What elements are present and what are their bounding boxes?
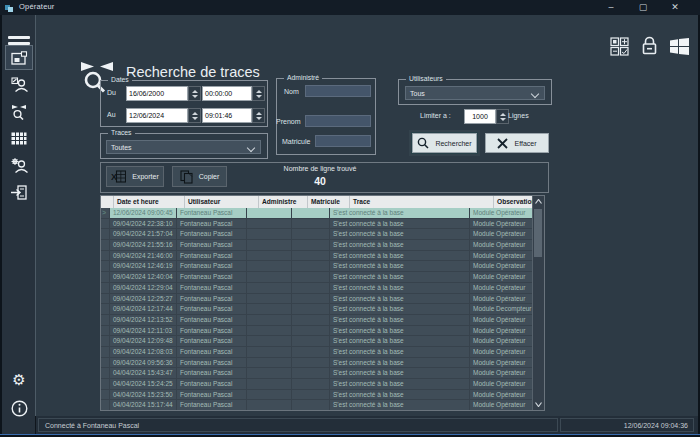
- sidebar-item-user-settings[interactable]: [5, 153, 33, 178]
- row-selector-cell[interactable]: [101, 294, 110, 304]
- table-row[interactable]: 09/04/2024 09:56:36Fontaneau PascalS'est…: [101, 358, 533, 369]
- table-row[interactable]: >12/06/2024 09:00:45Fontaneau PascalS'es…: [101, 208, 533, 219]
- table-cell: Module Opérateur: [470, 283, 533, 293]
- windows-button[interactable]: [668, 34, 690, 58]
- table-row[interactable]: 09/04/2024 12:13:52Fontaneau PascalS'est…: [101, 315, 533, 326]
- limiter-label: Limiter a :: [420, 112, 451, 119]
- row-selector-cell[interactable]: [101, 283, 110, 293]
- traces-dropdown[interactable]: Toutes: [106, 140, 261, 154]
- sidebar-item-data-grid[interactable]: [5, 126, 33, 151]
- row-selector-cell[interactable]: [101, 251, 110, 261]
- sidebar-item-settings[interactable]: ⚙: [5, 368, 33, 393]
- row-selector-cell[interactable]: [101, 390, 110, 400]
- sidebar-item-trace-search[interactable]: [5, 99, 33, 124]
- scroll-up-icon[interactable]: [533, 196, 544, 207]
- header-date[interactable]: Date et heure: [114, 196, 185, 208]
- header-utilisateur[interactable]: Utilisateur: [185, 196, 259, 208]
- table-row[interactable]: 04/04/2024 15:43:47Fontaneau PascalS'est…: [101, 368, 533, 379]
- sidebar-item-screens[interactable]: [5, 45, 33, 70]
- vertical-scrollbar[interactable]: [532, 196, 544, 410]
- row-selector-cell[interactable]: [101, 240, 110, 250]
- table-cell: 09/04/2024 12:29:04: [110, 283, 177, 293]
- row-selector-cell[interactable]: [101, 379, 110, 389]
- row-selector-cell[interactable]: [101, 304, 110, 314]
- sidebar-item-session-exit[interactable]: [5, 180, 33, 205]
- minimize-button[interactable]: –: [598, 0, 624, 15]
- table-cell: 09/04/2024 12:08:03: [110, 347, 177, 357]
- row-selector-cell[interactable]: [101, 261, 110, 271]
- chevron-down-icon: [531, 90, 539, 98]
- lock-button[interactable]: [638, 34, 660, 58]
- table-row[interactable]: 09/04/2024 12:17:44Fontaneau PascalS'est…: [101, 304, 533, 315]
- table-row[interactable]: 09/04/2024 21:55:16Fontaneau PascalS'est…: [101, 240, 533, 251]
- table-cell: Fontaneau Pascal: [177, 219, 247, 229]
- nom-input[interactable]: [305, 85, 371, 97]
- au-date-input[interactable]: 12/06/2024: [126, 108, 188, 123]
- au-time-input[interactable]: 09:01:46: [202, 108, 252, 123]
- row-selector-cell[interactable]: [101, 315, 110, 325]
- table-cell: 09/04/2024 22:38:10: [110, 219, 177, 229]
- header-trace[interactable]: Trace: [350, 196, 494, 208]
- row-selector-cell[interactable]: >: [101, 208, 110, 218]
- table-row[interactable]: 09/04/2024 21:46:00Fontaneau PascalS'est…: [101, 251, 533, 262]
- table-cell: [247, 336, 292, 346]
- table-cell: Module Opérateur: [470, 251, 533, 261]
- table-cell: [292, 219, 330, 229]
- traces-group: Traces Toutes: [100, 133, 268, 159]
- du-date-spinner[interactable]: [188, 86, 201, 101]
- modules-grid-button[interactable]: [608, 34, 630, 58]
- row-selector-cell[interactable]: [101, 336, 110, 346]
- table-row[interactable]: 09/04/2024 12:08:03Fontaneau PascalS'est…: [101, 347, 533, 358]
- effacer-button[interactable]: Effacer: [485, 133, 549, 153]
- row-selector-cell[interactable]: [101, 219, 110, 229]
- table-cell: 12/06/2024 09:00:45: [110, 208, 177, 218]
- au-date-spinner[interactable]: [188, 108, 201, 123]
- table-row[interactable]: 09/04/2024 12:09:48Fontaneau PascalS'est…: [101, 336, 533, 347]
- table-cell: Module Opérateur: [470, 326, 533, 336]
- table-row[interactable]: 04/04/2024 15:23:50Fontaneau PascalS'est…: [101, 390, 533, 401]
- topbar-icons: [608, 34, 690, 58]
- table-cell: 09/04/2024 12:13:52: [110, 315, 177, 325]
- row-selector-cell[interactable]: [101, 326, 110, 336]
- header-matricule[interactable]: Matricule: [308, 196, 350, 208]
- rechercher-button[interactable]: Rechercher: [412, 133, 477, 153]
- table-cell: Fontaneau Pascal: [177, 283, 247, 293]
- row-selector-cell[interactable]: [101, 368, 110, 378]
- table-cell: S'est connecté à la base: [330, 315, 470, 325]
- du-time-input[interactable]: 00:00:00: [202, 86, 252, 101]
- du-time-spinner[interactable]: [252, 86, 265, 101]
- table-row[interactable]: 04/04/2024 15:24:25Fontaneau PascalS'est…: [101, 379, 533, 390]
- table-cell: Fontaneau Pascal: [177, 400, 247, 410]
- title-bar: Opérateur – ▢ ✕: [0, 0, 700, 15]
- row-selector-cell[interactable]: [101, 272, 110, 282]
- prenom-input[interactable]: [305, 115, 371, 127]
- scrollbar-thumb[interactable]: [534, 209, 542, 257]
- row-selector-cell[interactable]: [101, 358, 110, 368]
- table-row[interactable]: 09/04/2024 12:11:03Fontaneau PascalS'est…: [101, 326, 533, 337]
- row-selector-cell[interactable]: [101, 347, 110, 357]
- chevron-down-icon: [247, 144, 255, 152]
- matricule-input[interactable]: [315, 135, 371, 147]
- sidebar-item-info[interactable]: [5, 396, 33, 421]
- scroll-down-icon[interactable]: [533, 399, 544, 410]
- row-selector-cell[interactable]: [101, 229, 110, 239]
- limiter-input[interactable]: 1000: [464, 109, 496, 124]
- sidebar-item-user-edit[interactable]: [5, 72, 33, 97]
- table-row[interactable]: 04/04/2024 15:17:44Fontaneau PascalS'est…: [101, 400, 533, 410]
- exporter-button[interactable]: X Exporter: [106, 166, 164, 187]
- table-cell: [247, 315, 292, 325]
- table-row[interactable]: 09/04/2024 21:57:04Fontaneau PascalS'est…: [101, 229, 533, 240]
- table-row[interactable]: 09/04/2024 12:25:27Fontaneau PascalS'est…: [101, 294, 533, 305]
- du-date-input[interactable]: 16/06/2000: [126, 86, 188, 101]
- header-administre[interactable]: Administre: [259, 196, 308, 208]
- close-button[interactable]: ✕: [662, 0, 688, 15]
- utilisateurs-dropdown[interactable]: Tous: [405, 86, 545, 100]
- maximize-button[interactable]: ▢: [630, 0, 656, 15]
- table-row[interactable]: 09/04/2024 12:46:19Fontaneau PascalS'est…: [101, 261, 533, 272]
- table-row[interactable]: 09/04/2024 22:38:10Fontaneau PascalS'est…: [101, 219, 533, 230]
- row-selector-cell[interactable]: [101, 400, 110, 410]
- au-time-spinner[interactable]: [252, 108, 265, 123]
- table-row[interactable]: 09/04/2024 12:29:04Fontaneau PascalS'est…: [101, 283, 533, 294]
- copier-button[interactable]: Copier: [172, 166, 227, 187]
- table-row[interactable]: 09/04/2024 12:40:04Fontaneau PascalS'est…: [101, 272, 533, 283]
